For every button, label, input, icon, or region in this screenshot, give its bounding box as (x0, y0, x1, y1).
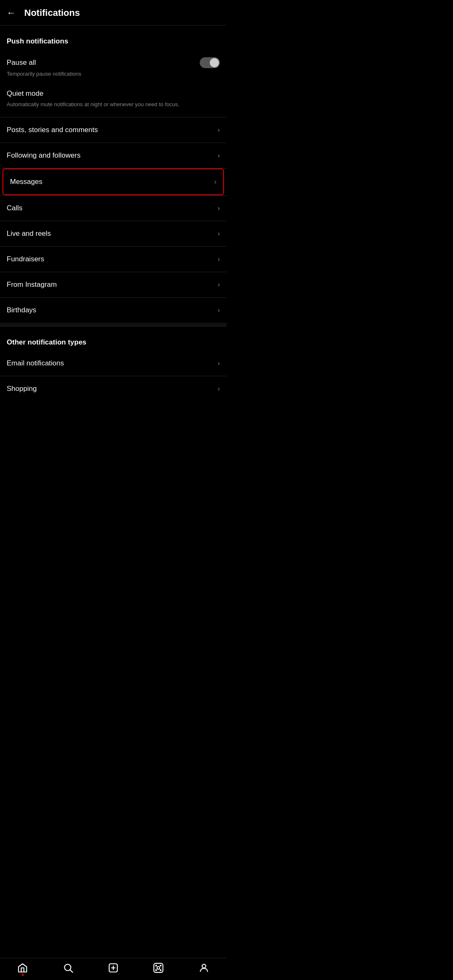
nav-item-fundraisers[interactable]: Fundraisers › (0, 247, 226, 272)
other-item-label: Email notifications (7, 359, 64, 368)
chevron-icon: › (218, 281, 220, 288)
chevron-icon: › (218, 126, 220, 134)
back-button[interactable]: ← (7, 8, 16, 18)
chevron-icon: › (218, 255, 220, 263)
other-item-shopping[interactable]: Shopping › (0, 376, 226, 401)
section-divider (0, 323, 226, 326)
pause-all-row: Pause all (0, 50, 226, 70)
nav-item-label: Messages (10, 178, 42, 186)
other-item-email-notifications[interactable]: Email notifications › (0, 351, 226, 376)
toggle-knob (210, 58, 219, 67)
pause-all-description: Temporarily pause notifications (0, 70, 226, 83)
pause-all-toggle[interactable] (200, 57, 220, 68)
chevron-icon: › (218, 230, 220, 237)
nav-item-label: Birthdays (7, 306, 36, 314)
chevron-icon: › (218, 360, 220, 367)
page-title: Notifications (24, 8, 80, 18)
chevron-icon: › (218, 204, 220, 212)
nav-item-label: Live and reels (7, 230, 51, 238)
other-notifications-section: Other notification types Email notificat… (0, 326, 226, 401)
quiet-mode-title: Quiet mode (0, 83, 226, 100)
nav-item-label: Posts, stories and comments (7, 126, 98, 134)
bottom-spacer (0, 401, 226, 431)
other-notifications-header: Other notification types (0, 327, 226, 351)
nav-item-calls[interactable]: Calls › (0, 196, 226, 221)
nav-item-following-and-followers[interactable]: Following and followers › (0, 143, 226, 168)
pause-all-label: Pause all (7, 59, 36, 67)
header: ← Notifications (0, 0, 226, 26)
nav-item-birthdays[interactable]: Birthdays › (0, 298, 226, 323)
nav-item-label: Fundraisers (7, 255, 44, 263)
nav-items-list: Posts, stories and comments › Following … (0, 117, 226, 323)
nav-item-posts,-stories-and-comments[interactable]: Posts, stories and comments › (0, 117, 226, 143)
nav-item-label: From Instagram (7, 281, 57, 289)
chevron-icon: › (218, 152, 220, 159)
chevron-icon: › (214, 178, 216, 186)
quiet-mode-description: Automatically mute notifications at nigh… (0, 100, 226, 117)
nav-item-messages[interactable]: Messages › (3, 168, 224, 195)
nav-item-from-instagram[interactable]: From Instagram › (0, 272, 226, 297)
nav-item-label: Following and followers (7, 151, 81, 160)
nav-item-live-and-reels[interactable]: Live and reels › (0, 221, 226, 246)
other-items-list: Email notifications › Shopping › (0, 351, 226, 401)
push-notifications-section-header: Push notifications (0, 26, 226, 50)
chevron-icon: › (218, 385, 220, 393)
nav-item-label: Calls (7, 204, 23, 212)
other-item-label: Shopping (7, 385, 37, 393)
chevron-icon: › (218, 306, 220, 314)
